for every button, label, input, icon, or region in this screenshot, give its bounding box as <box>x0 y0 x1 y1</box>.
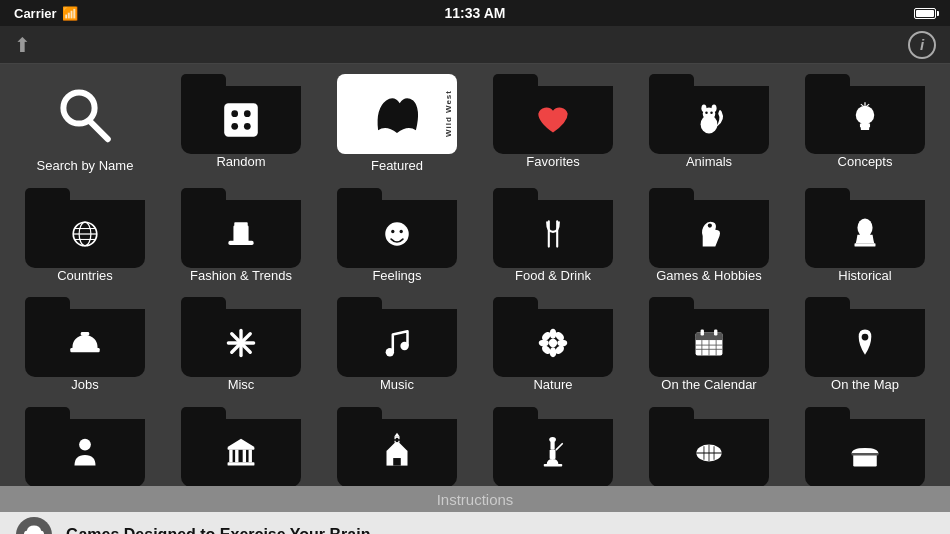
category-label: Animals <box>686 154 732 170</box>
category-places[interactable]: Places <box>166 403 316 486</box>
folder-icon-fashion <box>181 188 301 268</box>
svg-marker-70 <box>228 439 255 447</box>
folder-icon-feelings <box>337 188 457 268</box>
category-animals[interactable]: Animals <box>634 70 784 178</box>
category-label: On the Map <box>831 377 899 393</box>
svg-rect-24 <box>233 225 248 241</box>
svg-rect-36 <box>81 332 89 335</box>
svg-rect-68 <box>243 449 246 462</box>
brain-icon <box>16 517 52 534</box>
folder-icon-favorites <box>493 74 613 154</box>
folder-icon-random <box>181 74 301 154</box>
category-label: Music <box>380 377 414 393</box>
category-science[interactable]: Science <box>478 403 628 486</box>
instructions-bar[interactable]: Instructions <box>0 486 950 512</box>
folder-icon-sports <box>649 407 769 486</box>
status-bar: Carrier 📶 11:33 AM <box>0 0 950 26</box>
category-map[interactable]: On the Map <box>790 293 940 397</box>
folder-icon-nature <box>493 297 613 377</box>
time-display: 11:33 AM <box>445 5 506 21</box>
svg-rect-34 <box>855 243 876 246</box>
svg-point-4 <box>244 110 251 117</box>
svg-rect-66 <box>229 449 232 462</box>
folder-icon-games <box>649 188 769 268</box>
instructions-label: Instructions <box>437 491 514 508</box>
category-featured[interactable]: Wild West Featured <box>322 70 472 178</box>
folder-icon-countries <box>25 188 145 268</box>
category-people[interactable]: People <box>10 403 160 486</box>
folder-icon-science <box>493 407 613 486</box>
category-historical[interactable]: Historical <box>790 184 940 288</box>
category-label: Fashion & Trends <box>190 268 292 284</box>
category-misc[interactable]: Misc <box>166 293 316 397</box>
category-nature[interactable]: Nature <box>478 293 628 397</box>
svg-point-41 <box>386 348 394 356</box>
category-label: Historical <box>838 268 891 284</box>
info-button[interactable]: i <box>908 31 936 59</box>
folder-icon-misc <box>181 297 301 377</box>
category-things[interactable]: Things <box>790 403 940 486</box>
folder-icon-map <box>805 297 925 377</box>
svg-point-9 <box>701 104 706 112</box>
svg-point-44 <box>550 329 557 339</box>
svg-point-45 <box>550 347 557 357</box>
category-label: Countries <box>57 268 113 284</box>
category-feelings[interactable]: Feelings <box>322 184 472 288</box>
folder-icon-people <box>25 407 145 486</box>
svg-line-1 <box>90 121 108 139</box>
folder-icon-calendar <box>649 297 769 377</box>
category-calendar[interactable]: On the Calendar <box>634 293 784 397</box>
share-button[interactable]: ⬆ <box>14 33 31 57</box>
svg-rect-69 <box>249 449 252 462</box>
svg-rect-15 <box>861 127 869 130</box>
wifi-icon: 📶 <box>62 6 78 21</box>
folder-icon-music <box>337 297 457 377</box>
carrier-label: Carrier <box>14 6 57 21</box>
svg-point-13 <box>856 106 874 124</box>
category-games[interactable]: Games & Hobbies <box>634 184 784 288</box>
svg-point-5 <box>231 123 238 130</box>
bottom-tagline: Games Designed to Exercise Your Brain <box>66 526 370 534</box>
category-countries[interactable]: Countries <box>10 184 160 288</box>
category-label: On the Calendar <box>661 377 756 393</box>
svg-point-6 <box>244 123 251 130</box>
svg-point-28 <box>391 229 394 232</box>
category-jobs[interactable]: Jobs <box>10 293 160 397</box>
category-fashion[interactable]: Fashion & Trends <box>166 184 316 288</box>
svg-rect-25 <box>228 240 253 244</box>
svg-point-10 <box>712 104 717 112</box>
category-label: Featured <box>371 158 423 174</box>
svg-point-32 <box>708 223 712 227</box>
svg-rect-81 <box>544 464 562 467</box>
svg-rect-65 <box>228 447 255 450</box>
category-label: Random <box>216 154 265 170</box>
svg-rect-80 <box>550 449 556 458</box>
svg-point-11 <box>705 112 708 115</box>
folder-icon-animals <box>649 74 769 154</box>
svg-rect-89 <box>852 453 879 456</box>
category-food-drink[interactable]: Food & Drink <box>478 184 628 288</box>
category-search-by-name[interactable]: Search by Name <box>10 70 160 178</box>
svg-point-79 <box>549 437 556 442</box>
category-favorites[interactable]: Favorites <box>478 70 628 178</box>
folder-icon-concepts <box>805 74 925 154</box>
folder-icon-food <box>493 188 613 268</box>
category-music[interactable]: Music <box>322 293 472 397</box>
category-sports[interactable]: Sports <box>634 403 784 486</box>
svg-rect-88 <box>853 454 877 467</box>
battery-icon <box>914 8 936 19</box>
svg-rect-60 <box>701 330 704 336</box>
category-religion[interactable]: Religion <box>322 403 472 486</box>
svg-point-29 <box>400 229 403 232</box>
svg-point-46 <box>539 340 549 347</box>
bottom-bar: Games Designed to Exercise Your Brain <box>0 512 950 534</box>
category-label: Favorites <box>526 154 579 170</box>
svg-point-42 <box>400 342 408 350</box>
category-label: Games & Hobbies <box>656 268 762 284</box>
svg-point-33 <box>857 218 872 236</box>
folder-icon-historical <box>805 188 925 268</box>
svg-line-82 <box>556 444 562 450</box>
category-label: Jobs <box>71 377 98 393</box>
category-concepts[interactable]: Concepts <box>790 70 940 178</box>
category-random[interactable]: Random <box>166 70 316 178</box>
